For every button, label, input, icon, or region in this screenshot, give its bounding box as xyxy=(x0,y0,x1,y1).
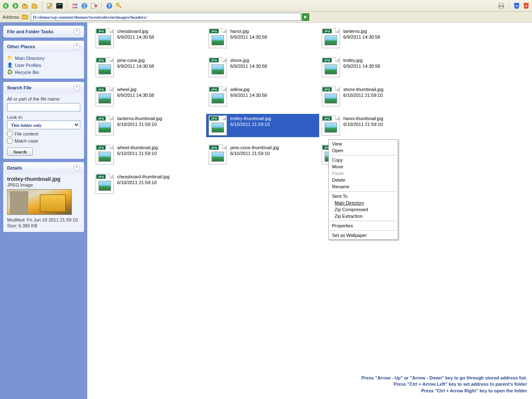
file-date: 6/10/2011 21:59:10 xyxy=(343,92,384,98)
panel-details: Details ⌃ trolley-thumbnail.jpg JPEG Ima… xyxy=(3,162,84,232)
panel-other-header[interactable]: Other Places ⌃ xyxy=(4,41,84,52)
jpg-badge: JPG xyxy=(209,116,219,121)
file-item[interactable]: JPGhanoi-thumbnail.jpg6/10/2011 21:59:10 xyxy=(319,114,432,137)
file-item[interactable]: JPGtrolley.jpg6/9/2011 14:30:58 xyxy=(319,56,432,79)
search-button[interactable]: Search xyxy=(7,148,33,156)
file-item[interactable]: JPGlanterns.jpg6/9/2011 14:30:58 xyxy=(319,27,432,50)
file-item[interactable]: JPGtrolley-thumbnail.jpg6/10/2011 21:59:… xyxy=(206,114,319,137)
file-item[interactable]: JPGchessboard-thumbnail.jpg6/10/2011 21:… xyxy=(93,172,206,195)
jpg-badge: JPG xyxy=(209,145,219,150)
jpg-file-icon: JPG xyxy=(322,116,340,135)
edit-button[interactable] xyxy=(46,2,54,10)
file-date: 6/9/2011 14:30:58 xyxy=(230,34,267,40)
file-item[interactable]: JPGshore.jpg6/9/2011 14:30:58 xyxy=(206,56,319,79)
link-user-profiles[interactable]: 👤User Profiles xyxy=(7,62,80,69)
link-recycle-bin[interactable]: ♻️Recycle Bin xyxy=(7,69,80,76)
jpg-badge: JPG xyxy=(323,116,332,121)
panel-tasks-title: File and Folder Tasks xyxy=(7,29,54,34)
details-filename: trolley-thumbnail.jpg xyxy=(7,176,80,182)
file-pane[interactable]: JPGchessboard.jpg6/9/2011 14:30:58JPGhan… xyxy=(87,22,532,399)
go-button[interactable] xyxy=(302,13,309,21)
ctx-main-directory[interactable]: Main Directory xyxy=(329,200,398,206)
svg-rect-3 xyxy=(57,3,62,8)
html5-badge-icon[interactable]: 5 xyxy=(522,2,530,10)
keyboard-hints: Press "Arrow - Up" or "Arrow - Down" key… xyxy=(361,375,527,394)
ctx-rename[interactable]: Rename xyxy=(329,183,398,190)
panel-details-title: Details xyxy=(7,165,22,170)
toolbar-separator xyxy=(101,2,102,10)
open-folder-button[interactable] xyxy=(31,2,38,10)
svg-point-5 xyxy=(72,3,75,6)
jpg-badge: JPG xyxy=(209,87,219,91)
search-name-input[interactable] xyxy=(7,103,80,111)
users-button[interactable] xyxy=(71,2,79,10)
address-input[interactable] xyxy=(31,13,301,21)
file-item[interactable]: JPGwheel.jpg6/9/2011 14:30:58 xyxy=(93,85,206,108)
logout-button[interactable] xyxy=(90,2,98,10)
nav-back-button[interactable] xyxy=(2,2,10,10)
jpg-file-icon: JPG xyxy=(209,145,227,165)
panel-tasks-header[interactable]: File and Folder Tasks ⌃ xyxy=(4,26,84,37)
ctx-copy[interactable]: Copy xyxy=(329,157,398,163)
jpg-file-icon: JPG xyxy=(96,174,114,194)
svg-rect-13 xyxy=(500,3,503,5)
svg-point-6 xyxy=(75,3,77,6)
ctx-paste: Paste xyxy=(329,170,398,177)
jpg-badge: JPG xyxy=(209,58,219,62)
nav-forward-button[interactable] xyxy=(12,2,19,10)
file-item[interactable]: JPGpine-cone.jpg6/9/2011 14:30:58 xyxy=(93,56,206,79)
print-button[interactable] xyxy=(498,2,505,10)
css3-badge-icon[interactable]: 3 xyxy=(513,2,520,10)
panel-details-header[interactable]: Details ⌃ xyxy=(4,163,84,173)
nav-up-button[interactable] xyxy=(21,2,29,10)
ctx-view[interactable]: View xyxy=(329,140,398,147)
file-item[interactable]: JPGpine-cone-thumbnail.jpg6/10/2011 21:5… xyxy=(206,143,319,166)
file-date: 6/9/2011 14:30:58 xyxy=(343,63,380,69)
file-name: shore.jpg xyxy=(230,57,267,63)
jpg-file-icon: JPG xyxy=(209,86,227,106)
lookin-select[interactable]: This folder only xyxy=(7,121,80,129)
hint-line: Press "Ctrl + Arrow Right" key to open t… xyxy=(361,388,527,394)
panel-search-header[interactable]: Search File ⌃ xyxy=(4,82,84,93)
file-item[interactable]: JPGhanoi.jpg6/9/2011 14:30:58 xyxy=(206,27,319,50)
chevron-up-icon: ⌃ xyxy=(74,28,80,35)
file-name: wheel.jpg xyxy=(117,86,154,92)
help-button[interactable]: ? xyxy=(106,2,113,10)
match-case-checkbox[interactable] xyxy=(7,138,12,143)
jpg-file-icon: JPG xyxy=(209,57,227,77)
file-name: pine-cone.jpg xyxy=(117,57,154,63)
jpg-badge: JPG xyxy=(323,87,332,91)
globe-button[interactable] xyxy=(81,2,88,10)
file-item[interactable]: JPGshore-thumbnail.jpg6/10/2011 21:59:10 xyxy=(319,85,432,108)
link-main-directory[interactable]: 📁Main Directory xyxy=(7,54,80,62)
file-date: 6/10/2011 21:59:10 xyxy=(230,121,271,127)
context-menu: View Open Copy Move Paste Delete Rename … xyxy=(328,139,398,240)
chevron-up-icon: ⌃ xyxy=(74,165,80,171)
file-date: 6/9/2011 14:30:58 xyxy=(117,63,154,69)
jpg-badge: JPG xyxy=(96,116,106,121)
file-name: lanterns.jpg xyxy=(343,28,380,34)
file-item[interactable]: JPGwheel-thumbnail.jpg6/10/2011 21:59:10 xyxy=(93,143,206,166)
svg-text:3: 3 xyxy=(516,4,518,8)
ctx-open[interactable]: Open xyxy=(329,147,398,154)
ctx-set-wallpaper[interactable]: Set as Wallpaper xyxy=(329,232,398,239)
jpg-file-icon: JPG xyxy=(96,145,114,165)
jpg-file-icon: JPG xyxy=(209,116,227,135)
file-date: 6/9/2011 14:30:58 xyxy=(230,92,267,98)
ctx-zip-compressed[interactable]: Zip Compressed xyxy=(329,206,398,213)
key-button[interactable] xyxy=(115,2,123,10)
ctx-zip-extraction[interactable]: Zip Extraction xyxy=(329,213,398,219)
svg-rect-4 xyxy=(57,4,62,5)
ctx-delete[interactable]: Delete xyxy=(329,177,398,183)
panel-tasks: File and Folder Tasks ⌃ xyxy=(3,26,84,37)
file-content-checkbox[interactable] xyxy=(7,131,12,136)
file-item[interactable]: JPGlanterns-thumbnail.jpg6/10/2011 21:59… xyxy=(93,114,206,137)
ctx-properties[interactable]: Properties xyxy=(329,222,398,229)
console-button[interactable] xyxy=(56,2,63,10)
file-content-label: File content xyxy=(15,131,38,136)
file-item[interactable]: JPGwillow.jpg6/9/2011 14:30:58 xyxy=(206,85,319,108)
ctx-move[interactable]: Move xyxy=(329,163,398,170)
details-thumbnail xyxy=(7,189,72,215)
lookin-label: Look in: xyxy=(7,115,80,120)
file-item[interactable]: JPGchessboard.jpg6/9/2011 14:30:58 xyxy=(93,27,206,50)
